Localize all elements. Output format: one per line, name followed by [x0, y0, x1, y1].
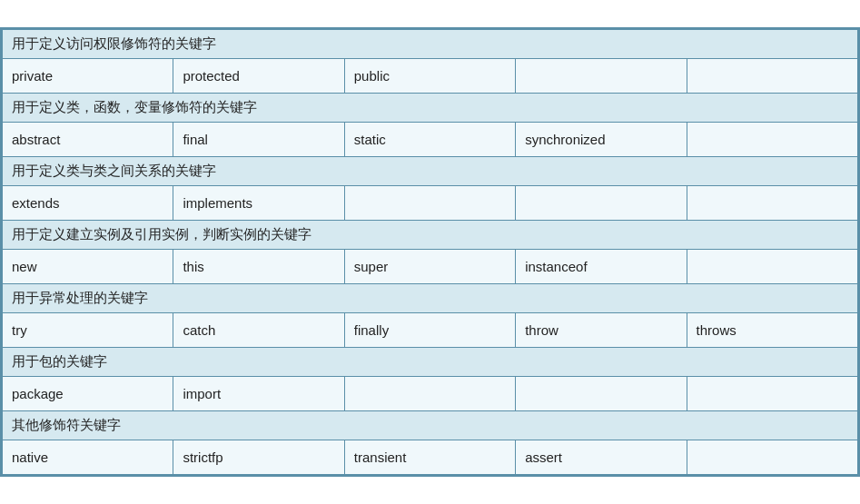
keywords-table: 用于定义访问权限修饰符的关键字privateprotectedpublic用于定… [2, 29, 858, 475]
cell-2-0-1: implements [173, 186, 344, 221]
cell-2-0-2 [344, 186, 515, 221]
cell-3-0-2: super [344, 250, 515, 284]
section-header-2: 用于定义类与类之间关系的关键字 [3, 157, 858, 186]
cell-4-0-1: catch [173, 313, 344, 348]
cell-6-0-3: assert [516, 440, 687, 475]
cell-2-0-3 [516, 186, 687, 221]
cell-6-0-1: strictfp [173, 440, 344, 475]
cell-0-0-2: public [344, 59, 515, 94]
cell-5-0-1: import [173, 377, 344, 411]
table-row: extendsimplements [3, 186, 858, 221]
section-header-3: 用于定义建立实例及引用实例，判断实例的关键字 [3, 221, 858, 250]
main-table-wrapper: 用于定义访问权限修饰符的关键字privateprotectedpublic用于定… [0, 27, 860, 477]
table-row: packageimport [3, 377, 858, 411]
cell-6-0-4 [687, 440, 857, 475]
table-row: nativestrictfptransientassert [3, 440, 858, 475]
cell-1-0-4 [687, 123, 857, 157]
section-header-1: 用于定义类，函数，变量修饰符的关键字 [3, 94, 858, 123]
cell-5-0-0: package [3, 377, 173, 411]
cell-1-0-2: static [344, 123, 515, 157]
table-row: abstractfinalstaticsynchronized [3, 123, 858, 157]
cell-6-0-0: native [3, 440, 173, 475]
cell-5-0-3 [516, 377, 687, 411]
cell-4-0-2: finally [344, 313, 515, 348]
cell-3-0-3: instanceof [516, 250, 687, 284]
cell-3-0-0: new [3, 250, 173, 284]
cell-3-0-4 [687, 250, 857, 284]
section-header-6: 其他修饰符关键字 [3, 411, 858, 440]
table-row: privateprotectedpublic [3, 59, 858, 94]
table-row: trycatchfinallythrowthrows [3, 313, 858, 348]
cell-4-0-3: throw [516, 313, 687, 348]
cell-2-0-4 [687, 186, 857, 221]
cell-6-0-2: transient [344, 440, 515, 475]
section-header-5: 用于包的关键字 [3, 348, 858, 377]
cell-0-0-1: protected [173, 59, 344, 94]
cell-0-0-4 [687, 59, 857, 94]
cell-4-0-4: throws [687, 313, 857, 348]
cell-1-0-0: abstract [3, 123, 173, 157]
section-header-4: 用于异常处理的关键字 [3, 284, 858, 313]
cell-1-0-1: final [173, 123, 344, 157]
section-header-0: 用于定义访问权限修饰符的关键字 [3, 30, 858, 59]
cell-4-0-0: try [3, 313, 173, 348]
cell-3-0-1: this [173, 250, 344, 284]
cell-0-0-3 [516, 59, 687, 94]
table-row: newthissuperinstanceof [3, 250, 858, 284]
cell-0-0-0: private [3, 59, 173, 94]
cell-5-0-4 [687, 377, 857, 411]
cell-2-0-0: extends [3, 186, 173, 221]
cell-1-0-3: synchronized [516, 123, 687, 157]
cell-5-0-2 [344, 377, 515, 411]
